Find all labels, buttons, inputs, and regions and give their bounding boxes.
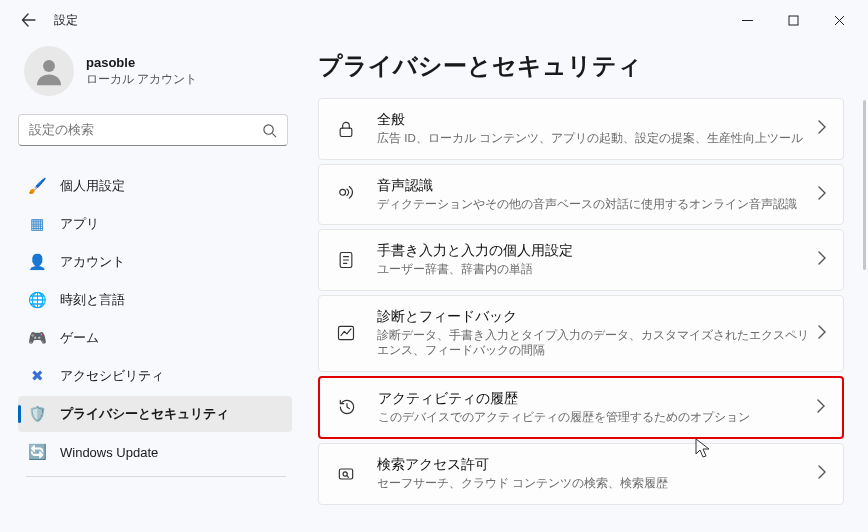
scrollbar[interactable] (863, 100, 866, 270)
sidebar: pasoble ローカル アカウント 🖌️個人用設定▦アプリ👤アカウント🌐時刻と… (0, 40, 300, 532)
search-input[interactable] (29, 123, 262, 137)
item-body: 診断とフィードバック診断データ、手書き入力とタイプ入力のデータ、カスタマイズされ… (377, 308, 817, 359)
nav-icon: 🔄 (28, 443, 46, 461)
chevron-right-icon (817, 120, 827, 137)
item-title: 診断とフィードバック (377, 308, 817, 326)
setting-item-0[interactable]: 全般広告 ID、ローカル コンテンツ、アプリの起動、設定の提案、生産性向上ツール (318, 98, 844, 160)
nav-label: アカウント (60, 253, 125, 271)
item-description: ユーザー辞書、辞書内の単語 (377, 262, 817, 278)
page-title: プライバシーとセキュリティ (318, 50, 844, 82)
sidebar-item-7[interactable]: 🔄Windows Update (18, 434, 292, 470)
settings-list: 全般広告 ID、ローカル コンテンツ、アプリの起動、設定の提案、生産性向上ツール… (318, 98, 844, 505)
svg-rect-3 (340, 128, 352, 136)
window-controls (724, 4, 862, 36)
nav-list: 🖌️個人用設定▦アプリ👤アカウント🌐時刻と言語🎮ゲーム✖アクセシビリティ🛡️プラ… (18, 168, 292, 470)
history-icon (334, 394, 360, 420)
nav-label: ゲーム (60, 329, 99, 347)
sidebar-item-6[interactable]: 🛡️プライバシーとセキュリティ (18, 396, 292, 432)
sidebar-item-3[interactable]: 🌐時刻と言語 (18, 282, 292, 318)
item-description: 診断データ、手書き入力とタイプ入力のデータ、カスタマイズされたエクスペリエンス、… (377, 328, 817, 359)
user-icon (32, 54, 66, 88)
sidebar-item-1[interactable]: ▦アプリ (18, 206, 292, 242)
item-body: 全般広告 ID、ローカル コンテンツ、アプリの起動、設定の提案、生産性向上ツール (377, 111, 817, 147)
titlebar: 設定 (0, 0, 868, 40)
window-title: 設定 (54, 12, 78, 29)
nav-label: 個人用設定 (60, 177, 125, 195)
chevron-right-icon (817, 325, 827, 342)
chevron-right-icon (816, 399, 826, 416)
arrow-left-icon (21, 12, 37, 28)
item-description: セーフサーチ、クラウド コンテンツの検索、検索履歴 (377, 476, 817, 492)
sidebar-item-4[interactable]: 🎮ゲーム (18, 320, 292, 356)
chevron-right-icon (817, 186, 827, 203)
sidebar-divider (26, 476, 286, 477)
item-title: アクティビティの履歴 (378, 390, 816, 408)
user-profile[interactable]: pasoble ローカル アカウント (18, 44, 292, 110)
lock-icon (333, 116, 359, 142)
chevron-right-icon (817, 251, 827, 268)
item-description: このデバイスでのアクティビティの履歴を管理するためのオプション (378, 410, 816, 426)
nav-label: Windows Update (60, 445, 158, 460)
note-icon (333, 247, 359, 273)
close-icon (834, 15, 845, 26)
close-button[interactable] (816, 4, 862, 36)
nav-icon: ✖ (28, 367, 46, 385)
nav-label: 時刻と言語 (60, 291, 125, 309)
item-body: 音声認識ディクテーションやその他の音声ベースの対話に使用するオンライン音声認識 (377, 177, 817, 213)
item-body: 手書き入力と入力の個人用設定ユーザー辞書、辞書内の単語 (377, 242, 817, 278)
search-box[interactable] (18, 114, 288, 146)
item-title: 音声認識 (377, 177, 817, 195)
nav-icon: 🖌️ (28, 177, 46, 195)
setting-item-3[interactable]: 診断とフィードバック診断データ、手書き入力とタイプ入力のデータ、カスタマイズされ… (318, 295, 844, 372)
setting-item-5[interactable]: 検索アクセス許可セーフサーチ、クラウド コンテンツの検索、検索履歴 (318, 443, 844, 505)
nav-icon: ▦ (28, 215, 46, 233)
item-description: ディクテーションやその他の音声ベースの対話に使用するオンライン音声認識 (377, 197, 817, 213)
setting-item-4[interactable]: アクティビティの履歴このデバイスでのアクティビティの履歴を管理するためのオプショ… (318, 376, 844, 440)
item-title: 検索アクセス許可 (377, 456, 817, 474)
item-description: 広告 ID、ローカル コンテンツ、アプリの起動、設定の提案、生産性向上ツール (377, 131, 817, 147)
nav-icon: 🌐 (28, 291, 46, 309)
chevron-right-icon (817, 465, 827, 482)
svg-point-1 (43, 60, 55, 72)
chart-icon (333, 320, 359, 346)
minimize-button[interactable] (724, 4, 770, 36)
maximize-button[interactable] (770, 4, 816, 36)
item-title: 全般 (377, 111, 817, 129)
sidebar-item-5[interactable]: ✖アクセシビリティ (18, 358, 292, 394)
sidebar-item-0[interactable]: 🖌️個人用設定 (18, 168, 292, 204)
nav-label: アプリ (60, 215, 99, 233)
minimize-icon (742, 15, 753, 26)
search-icon (333, 461, 359, 487)
svg-rect-7 (339, 469, 352, 479)
account-type: ローカル アカウント (86, 72, 197, 87)
voice-icon (333, 181, 359, 207)
nav-icon: 🎮 (28, 329, 46, 347)
item-body: アクティビティの履歴このデバイスでのアクティビティの履歴を管理するためのオプショ… (378, 390, 816, 426)
setting-item-1[interactable]: 音声認識ディクテーションやその他の音声ベースの対話に使用するオンライン音声認識 (318, 164, 844, 226)
nav-icon: 👤 (28, 253, 46, 271)
sidebar-item-2[interactable]: 👤アカウント (18, 244, 292, 280)
svg-point-2 (264, 124, 273, 133)
username: pasoble (86, 55, 197, 70)
item-body: 検索アクセス許可セーフサーチ、クラウド コンテンツの検索、検索履歴 (377, 456, 817, 492)
main-content: プライバシーとセキュリティ 全般広告 ID、ローカル コンテンツ、アプリの起動、… (300, 40, 868, 532)
svg-point-4 (340, 190, 346, 196)
back-button[interactable] (18, 9, 40, 31)
item-title: 手書き入力と入力の個人用設定 (377, 242, 817, 260)
setting-item-2[interactable]: 手書き入力と入力の個人用設定ユーザー辞書、辞書内の単語 (318, 229, 844, 291)
nav-icon: 🛡️ (28, 405, 46, 423)
svg-rect-0 (789, 16, 798, 25)
avatar (24, 46, 74, 96)
nav-label: アクセシビリティ (60, 367, 164, 385)
nav-label: プライバシーとセキュリティ (60, 405, 229, 423)
search-icon (262, 123, 277, 138)
maximize-icon (788, 15, 799, 26)
